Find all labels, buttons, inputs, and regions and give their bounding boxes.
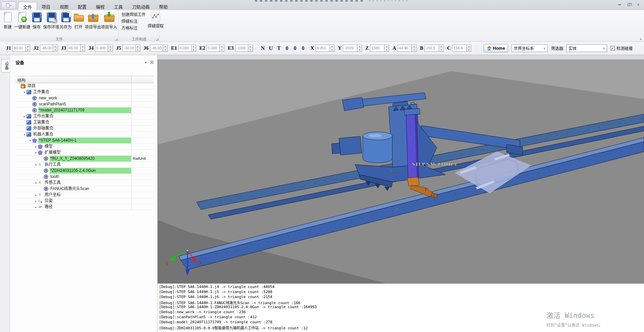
axis-value-input[interactable]: 45.00 ▴▾	[67, 45, 85, 52]
axis-label: E1	[171, 45, 177, 51]
expander-icon[interactable]: ▾	[22, 133, 26, 136]
spinner-buttons[interactable]: ▴▾	[135, 45, 140, 51]
axis-value-input[interactable]: 8.351 ▴▾	[315, 45, 334, 52]
menu-tab-工具[interactable]: 工具	[109, 2, 127, 10]
tree-row[interactable]: ▾ *STEP SA6-1440H-1	[15, 138, 154, 144]
tree-row[interactable]: ▸ 工作台集合	[15, 113, 154, 120]
axis-value-input[interactable]: 1380. ▴▾	[370, 45, 389, 52]
menu-tab-项目[interactable]: 项目	[37, 2, 55, 10]
menu-tab-刀轨动画[interactable]: 刀轨动画	[127, 2, 154, 10]
tree-row[interactable]: 项目	[15, 83, 154, 89]
tree-row[interactable]: *model_20240711171709	[15, 107, 154, 113]
maximize-button[interactable]	[625, 2, 633, 7]
menu-tab-视图[interactable]: 视图	[55, 2, 73, 10]
expander-icon[interactable]: ▸	[22, 115, 26, 118]
device-tab[interactable]: 设备	[1, 59, 9, 73]
menu-tab-帮助[interactable]: 帮助	[154, 2, 172, 10]
tree-row[interactable]: ▾ 传感工具	[15, 180, 154, 186]
home-icon	[487, 46, 492, 51]
spinner-buttons[interactable]: ▴▾	[357, 45, 362, 51]
toolbar-button[interactable]: 新建	[2, 11, 14, 30]
toolbar-button[interactable]: 打开	[72, 11, 85, 30]
tree-row[interactable]: ▸ 模型	[15, 144, 154, 150]
toolbar-button[interactable]: 保存	[31, 11, 43, 30]
tree-row[interactable]: 外部轴集合	[15, 126, 154, 132]
viewport-3d[interactable]: STEP SA6-1440H-1	[158, 60, 644, 283]
tree-item-icon	[44, 187, 48, 191]
toolbar-button[interactable]: 项目导出	[85, 11, 101, 30]
spinner-buttons[interactable]: ▴▾	[439, 45, 443, 51]
menu-tab-文件[interactable]: 文件	[18, 2, 37, 10]
axis-value-input[interactable]: 0.000 ▴▾	[95, 45, 113, 52]
tree-row[interactable]: *ZDH24031105-2.4.0Gun	[15, 168, 154, 174]
axis-value-input[interactable]: -1000 ▴▾	[235, 45, 253, 52]
expander-icon[interactable]: ▸	[34, 193, 38, 197]
path-point-dot	[397, 208, 398, 210]
home-button[interactable]: Home	[484, 44, 508, 52]
axis-value-input[interactable]: -2029 ▴▾	[343, 45, 362, 52]
tree-row[interactable]: *RU_X_Y_Z0408095420 RailUnit	[15, 156, 154, 162]
spinner-buttons[interactable]: ▴▾	[108, 45, 112, 51]
expander-icon[interactable]: ▾	[28, 139, 32, 142]
spinner-buttons[interactable]: ▴▾	[384, 45, 389, 51]
collision-check[interactable]: ✓ 检测碰撞	[610, 45, 633, 51]
expander-icon[interactable]: ▾	[34, 181, 38, 185]
axis-value-input[interactable]: 0.000 ▴▾	[178, 45, 196, 52]
tree-row[interactable]: ▾ 机器人集合	[15, 132, 154, 138]
menu-tab-编程[interactable]: 编程	[91, 2, 109, 10]
expander-icon[interactable]: ▾	[22, 91, 26, 94]
tree-row[interactable]: ▸ 用户坐标	[15, 192, 154, 198]
axis-value-input[interactable]: -30.00 ▴▾	[122, 45, 140, 52]
construct-text-button[interactable]: 创建焊接工件	[121, 11, 146, 18]
spinner-buttons[interactable]: ▴▾	[80, 45, 85, 51]
expander-icon[interactable]: ▸	[34, 205, 38, 209]
minimize-button[interactable]	[616, 2, 623, 7]
toolbar-button[interactable]: 一键新建	[14, 11, 30, 30]
expander-icon[interactable]: ▾	[34, 151, 38, 154]
coordinate-system-select[interactable]: 世界坐标系∨	[512, 44, 548, 52]
axis-value-input[interactable]: 0.000 ▴▾	[207, 45, 224, 52]
expander-icon[interactable]: ▾	[34, 163, 38, 167]
spinner-buttons[interactable]: ▴▾	[466, 45, 471, 51]
axis-value-input[interactable]: 90.00 ▴▾	[12, 45, 30, 52]
panel-dock-icon[interactable]	[150, 61, 153, 64]
spinner-buttons[interactable]: ▴▾	[412, 45, 416, 51]
axis-value-input[interactable]: -45.00 ▴▾	[150, 45, 168, 52]
tree-row[interactable]: ▾ 执行工具	[15, 162, 154, 168]
axis-value-input[interactable]: 159.5 ▴▾	[425, 45, 444, 52]
tree-row[interactable]: ▾ 扩展模型	[15, 150, 154, 156]
tree-row[interactable]: scanPathPlan5	[15, 101, 154, 107]
spinner-buttons[interactable]: ▴▾	[219, 45, 224, 51]
construct-text-button[interactable]: 方格标注	[121, 25, 146, 32]
tree-row[interactable]: FANUC线激光头Scan	[15, 186, 154, 192]
dialog-launcher-icon[interactable]	[115, 38, 117, 41]
close-button[interactable]: ×	[635, 2, 642, 7]
spinner-buttons[interactable]: ▴▾	[53, 45, 57, 51]
debug-console[interactable]: [Debug]:STEP SA6-1440H-1.j4 -> triangle …	[158, 283, 644, 332]
axis-value-input[interactable]: 44.46 ▴▾	[397, 45, 417, 52]
tree-row[interactable]: ▸ 位姿	[15, 198, 154, 204]
app-menu-button[interactable]: ▾	[1, 2, 16, 9]
panel-collapse-icon[interactable]: ◂	[144, 60, 146, 64]
toolbar-button[interactable]: 项目导入	[101, 11, 117, 30]
tree-row[interactable]: tool0	[15, 174, 154, 180]
construct-text-button[interactable]: 焊缝标注	[121, 18, 146, 25]
tree-row[interactable]: ▸ 路径	[15, 204, 154, 210]
spinner-buttons[interactable]: ▴▾	[191, 45, 196, 51]
dialog-launcher-icon[interactable]	[156, 38, 158, 41]
toolbar-button[interactable]: 另存为	[60, 11, 72, 30]
ribbon-collapse-icon[interactable]: ▴	[640, 37, 641, 41]
filter-select[interactable]: 实体∨	[566, 44, 607, 52]
toolbar-button[interactable]: 保存环境	[44, 11, 59, 30]
spinner-buttons[interactable]: ▴▾	[329, 45, 334, 51]
tree-row[interactable]: new_work	[15, 95, 154, 101]
axis-value-input[interactable]: -45.00 ▴▾	[40, 45, 58, 52]
spinner-buttons[interactable]: ▴▾	[25, 45, 30, 51]
tree-row[interactable]: ▾ 工件集合	[15, 89, 154, 95]
axis-value-input[interactable]: 138.4 ▴▾	[452, 45, 471, 52]
menu-tab-配置[interactable]: 配置	[73, 2, 91, 10]
spinner-buttons[interactable]: ▴▾	[163, 45, 167, 51]
expander-icon[interactable]: ▸	[34, 145, 38, 148]
spinner-buttons[interactable]: ▴▾	[248, 45, 253, 51]
tree-row[interactable]: 工装集合	[15, 120, 154, 126]
